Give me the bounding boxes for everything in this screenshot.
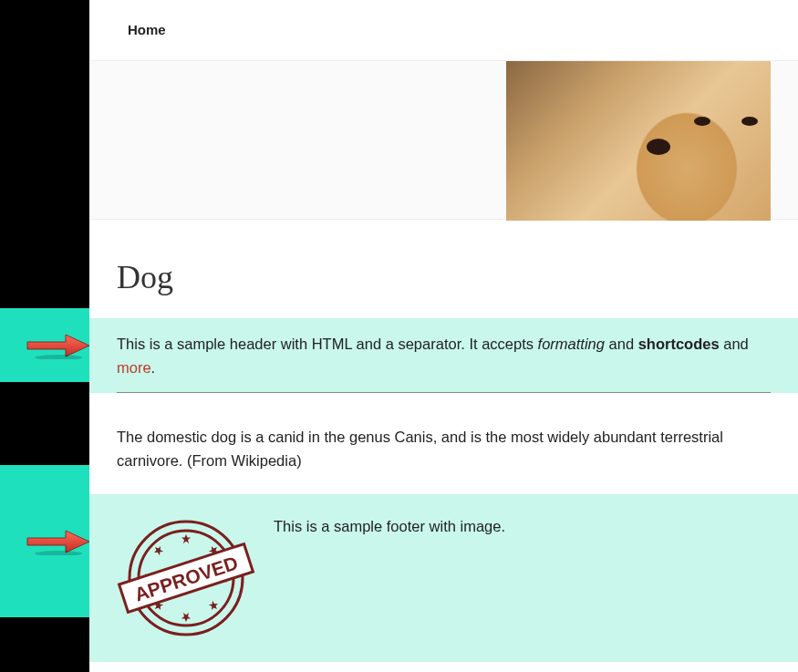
svg-marker-11 (152, 544, 165, 557)
page-title: Dog (89, 220, 798, 318)
hero-image-dog (506, 61, 771, 221)
header-text-after-bold: and (720, 336, 749, 352)
header-text-italic: formatting (538, 336, 605, 352)
header-text-mid: and (605, 336, 638, 352)
header-more-link[interactable]: more (117, 359, 151, 376)
nav-home-link[interactable]: Home (128, 22, 166, 37)
glossary-header-box: This is a sample header with HTML and a … (89, 318, 798, 393)
header-text-prefix: This is a sample header with HTML and a … (117, 336, 538, 352)
article-body: The domestic dog is a canid in the genus… (89, 406, 798, 494)
svg-marker-4 (181, 534, 191, 543)
header-text-suffix: . (151, 359, 156, 376)
header-text-bold: shortcodes (638, 336, 720, 352)
svg-marker-7 (207, 600, 220, 613)
annotation-band-header (0, 308, 89, 382)
annotation-band-footer (0, 465, 89, 617)
back-to-index: « Back to Glossary Index (89, 662, 798, 672)
svg-point-1 (35, 551, 82, 555)
spacer (89, 393, 798, 406)
approved-stamp-image: APPROVED (117, 514, 255, 642)
primary-nav: Home (89, 0, 798, 60)
footer-text: This is a sample footer with image. (274, 514, 505, 535)
hero-banner (89, 60, 798, 220)
page-content: Home Dog This is a sample header with HT… (89, 0, 798, 672)
arrow-right-icon (26, 332, 91, 359)
glossary-footer-box: APPROVED This is a sample footer with im… (89, 494, 798, 662)
svg-point-0 (35, 355, 82, 359)
arrow-right-icon (26, 528, 91, 555)
svg-marker-8 (181, 613, 191, 622)
